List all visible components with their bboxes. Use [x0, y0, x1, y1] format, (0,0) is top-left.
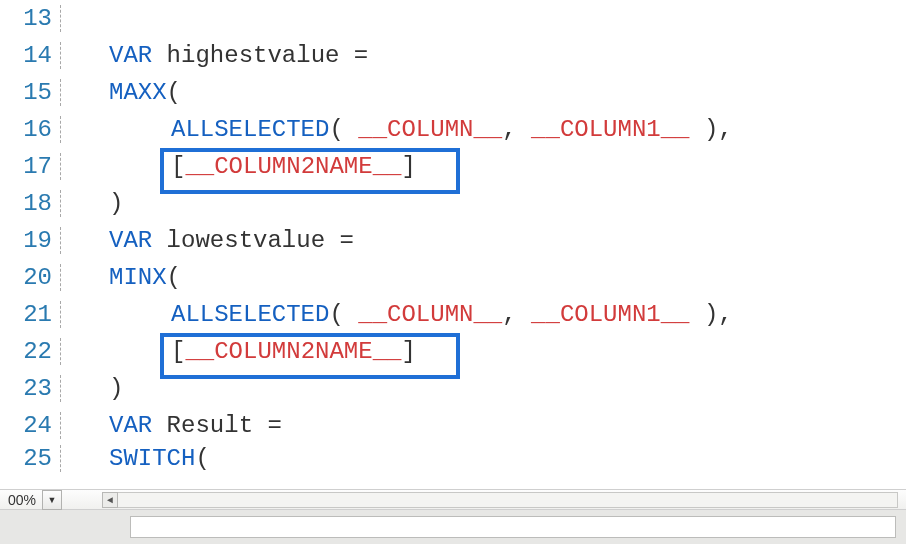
line-number: 14 [0, 42, 61, 69]
line-number: 20 [0, 264, 61, 291]
scroll-left-button[interactable]: ◄ [102, 492, 118, 508]
token-punct: ( [167, 264, 181, 291]
token-punct: ( [329, 301, 358, 328]
token-punct: [ [171, 338, 185, 365]
code-line[interactable]: 21ALLSELECTED( __COLUMN__, __COLUMN1__ )… [0, 296, 906, 333]
line-number: 15 [0, 79, 61, 106]
code-content[interactable]: VAR Result = [61, 412, 282, 439]
line-number: 25 [0, 445, 61, 472]
line-number: 23 [0, 375, 61, 402]
token-punct: ( [167, 79, 181, 106]
scroll-track[interactable] [102, 492, 898, 508]
token-punct: = [339, 227, 353, 254]
line-number: 22 [0, 338, 61, 365]
line-number: 19 [0, 227, 61, 254]
line-number: 24 [0, 412, 61, 439]
line-number: 16 [0, 116, 61, 143]
token-punct: ( [329, 116, 358, 143]
token-punct: = [267, 412, 281, 439]
chevron-down-icon[interactable]: ▼ [42, 490, 62, 510]
code-content[interactable]: MINX( [61, 264, 181, 291]
token-placeholder: __COLUMN1__ [531, 116, 689, 143]
token-plain: Result [152, 412, 267, 439]
line-number: 21 [0, 301, 61, 328]
token-placeholder: __COLUMN__ [358, 116, 502, 143]
code-content[interactable]: MAXX( [61, 79, 181, 106]
token-fn: SWITCH [109, 445, 195, 472]
code-line[interactable]: 24VAR Result = [0, 407, 906, 444]
token-punct: [ [171, 153, 185, 180]
token-fn: MAXX [109, 79, 167, 106]
token-punct: ), [690, 116, 733, 143]
token-punct: = [354, 42, 368, 69]
zoom-control[interactable]: 00% ▼ [0, 490, 62, 510]
zoom-value: 00% [4, 492, 40, 508]
line-number: 18 [0, 190, 61, 217]
status-input[interactable] [130, 516, 896, 538]
code-line[interactable]: 16ALLSELECTED( __COLUMN__, __COLUMN1__ )… [0, 111, 906, 148]
code-content[interactable]: VAR highestvalue = [61, 42, 368, 69]
code-line[interactable]: 17[__COLUMN2NAME__] [0, 148, 906, 185]
token-punct: ), [690, 301, 733, 328]
token-punct: , [502, 116, 531, 143]
code-editor[interactable]: 1314VAR highestvalue =15MAXX(16ALLSELECT… [0, 0, 906, 490]
token-placeholder: __COLUMN2NAME__ [185, 153, 401, 180]
token-kw: VAR [109, 42, 152, 69]
code-content[interactable]: ) [61, 375, 123, 402]
token-punct: ( [195, 445, 209, 472]
code-content[interactable]: VAR lowestvalue = [61, 227, 354, 254]
code-line[interactable]: 22[__COLUMN2NAME__] [0, 333, 906, 370]
code-line[interactable]: 18) [0, 185, 906, 222]
token-kw: VAR [109, 412, 152, 439]
token-punct: ) [109, 190, 123, 217]
token-punct: , [502, 301, 531, 328]
code-content[interactable]: ALLSELECTED( __COLUMN__, __COLUMN1__ ), [61, 301, 733, 328]
code-content[interactable]: [__COLUMN2NAME__] [61, 153, 416, 180]
code-line[interactable]: 25SWITCH( [0, 444, 906, 472]
code-content[interactable]: ALLSELECTED( __COLUMN__, __COLUMN1__ ), [61, 116, 733, 143]
token-placeholder: __COLUMN2NAME__ [185, 338, 401, 365]
code-line[interactable]: 13 [0, 0, 906, 37]
token-plain: highestvalue [152, 42, 354, 69]
status-bar [0, 509, 906, 544]
horizontal-scrollbar[interactable]: ◄ [0, 489, 906, 510]
token-placeholder: __COLUMN1__ [531, 301, 689, 328]
code-line[interactable]: 20MINX( [0, 259, 906, 296]
token-punct: ] [401, 338, 415, 365]
code-line[interactable]: 15MAXX( [0, 74, 906, 111]
token-kw: VAR [109, 227, 152, 254]
line-number: 17 [0, 153, 61, 180]
code-content[interactable]: [__COLUMN2NAME__] [61, 338, 416, 365]
token-placeholder: __COLUMN__ [358, 301, 502, 328]
token-fn: ALLSELECTED [171, 116, 329, 143]
code-line[interactable]: 19VAR lowestvalue = [0, 222, 906, 259]
line-number: 13 [0, 5, 61, 32]
token-fn: ALLSELECTED [171, 301, 329, 328]
token-punct: ) [109, 375, 123, 402]
token-fn: MINX [109, 264, 167, 291]
code-line[interactable]: 23) [0, 370, 906, 407]
code-content[interactable]: SWITCH( [61, 445, 210, 472]
token-plain: lowestvalue [152, 227, 339, 254]
code-content[interactable]: ) [61, 190, 123, 217]
token-punct: ] [401, 153, 415, 180]
code-line[interactable]: 14VAR highestvalue = [0, 37, 906, 74]
